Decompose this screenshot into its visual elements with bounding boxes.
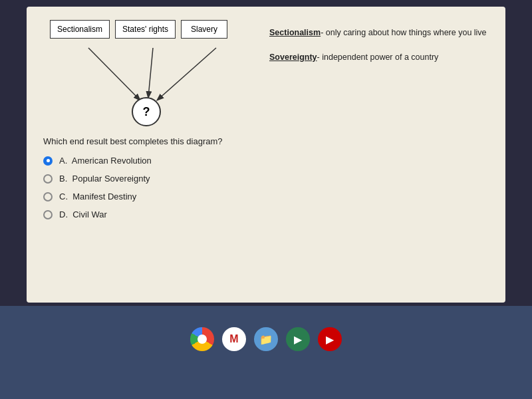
diagram-left: Sectionalism States' rights Slavery [43,20,256,126]
option-d[interactable]: D. Civil War [43,209,489,219]
label-b: B. Popular Sovereignty [59,174,150,184]
option-a[interactable]: A. American Revolution [43,156,489,166]
term-sectionalism: Sectionalism [269,28,321,37]
gmail-letter: M [229,333,238,345]
youtube-icon[interactable]: ▶ [318,327,342,351]
youtube-symbol: ▶ [326,333,334,346]
circle-question-mark: ? [132,97,161,126]
chrome-center [198,334,207,344]
main-content: Sectionalism States' rights Slavery [27,7,505,303]
option-b[interactable]: B. Popular Sovereignty [43,174,489,184]
radio-a[interactable] [43,156,53,166]
diagram-container: Sectionalism States' rights Slavery [43,20,249,126]
chrome-icon[interactable] [190,327,214,351]
diagram-section: Sectionalism States' rights Slavery [43,20,489,126]
question-text: Which end result best completes this dia… [43,136,489,146]
taskbar-icons: M 📁 ▶ ▶ [190,327,342,351]
svg-line-2 [158,48,216,100]
question-section: Which end result best completes this dia… [43,136,489,219]
radio-c[interactable] [43,192,53,201]
option-c[interactable]: C. Manifest Destiny [43,192,489,201]
question-circle: ? [132,97,161,126]
svg-line-0 [88,48,140,100]
definition-sectionalism: Sectionalism- only caring about how thin… [269,27,489,39]
term-sovereignty: Sovereignty [269,53,317,62]
taskbar: M 📁 ▶ ▶ [0,306,532,399]
play-store-icon[interactable]: ▶ [286,327,310,351]
files-icon[interactable]: 📁 [254,327,278,351]
answer-options: A. American Revolution B. Popular Sovere… [43,156,489,219]
label-a: A. American Revolution [59,156,152,166]
radio-d[interactable] [43,210,53,219]
definitions-area: Sectionalism- only caring about how thin… [269,20,489,126]
definition-sovereignty: Sovereignty- independent power of a coun… [269,51,489,64]
label-d: D. Civil War [59,209,107,219]
radio-b[interactable] [43,174,53,184]
def1-text: - only caring about how things where you… [321,28,486,37]
def2-text: - independent power of a country [317,53,439,62]
play-symbol: ▶ [294,333,302,346]
gmail-icon[interactable]: M [222,327,246,351]
files-symbol: 📁 [259,333,273,346]
label-c: C. Manifest Destiny [59,192,136,201]
svg-line-1 [148,48,153,97]
